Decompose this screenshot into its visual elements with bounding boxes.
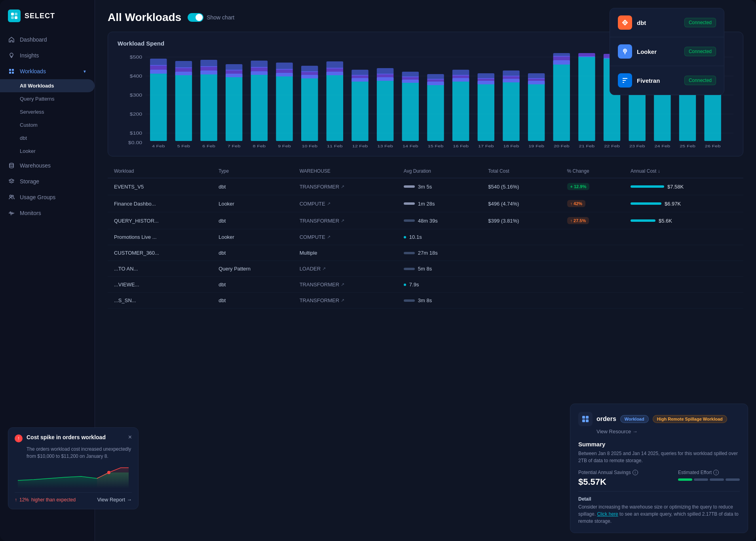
- col-header-warehouse[interactable]: WAREHOUSE: [293, 164, 397, 178]
- summary-title: Summary: [578, 441, 740, 448]
- view-report-button[interactable]: View Report →: [97, 497, 132, 503]
- logo-icon: [8, 10, 21, 22]
- table-row[interactable]: Promotions Live ... Looker COMPUTE ↗ 10.…: [108, 229, 743, 245]
- subnav-custom[interactable]: Custom: [0, 118, 95, 131]
- change-badge: + 12.9%: [567, 183, 590, 190]
- svg-rect-8: [9, 72, 11, 74]
- sidebar-item-usage-groups[interactable]: Usage Groups: [0, 189, 95, 205]
- table-row[interactable]: QUERY_HISTOR... dbt TRANSFORMER ↗ 48m 39…: [108, 212, 743, 229]
- subnav-serverless[interactable]: Serverless: [0, 105, 95, 118]
- change-badge: ↑ 27.5%: [567, 217, 589, 224]
- col-header-total-cost[interactable]: Total Cost: [482, 164, 560, 178]
- col-header-workload[interactable]: Workload: [108, 164, 212, 178]
- svg-text:5 Feb: 5 Feb: [177, 144, 190, 148]
- view-resource-link[interactable]: View Resource →: [578, 429, 740, 434]
- svg-rect-39: [276, 73, 293, 141]
- sidebar-item-storage[interactable]: Storage: [0, 173, 95, 189]
- workload-cost: [482, 261, 560, 277]
- col-header-type[interactable]: Type: [212, 164, 293, 178]
- workload-type: dbt: [212, 178, 293, 195]
- external-link-icon: ↗: [341, 184, 344, 189]
- svg-text:26 Feb: 26 Feb: [705, 144, 721, 148]
- svg-rect-54: [402, 80, 419, 141]
- table-row[interactable]: CUSTOMER_360... dbt Multiple 27m 18s: [108, 245, 743, 261]
- sidebar-item-workloads[interactable]: Workloads ▼: [0, 63, 95, 79]
- detail-text: Consider increasing the warehouse size o…: [578, 503, 740, 525]
- table-row[interactable]: EVENTS_V5 dbt TRANSFORMER ↗ 3m 5s $540 (…: [108, 178, 743, 195]
- show-chart-toggle[interactable]: [188, 13, 203, 22]
- sidebar-item-insights[interactable]: Insights: [0, 48, 95, 63]
- sidebar-item-dashboard[interactable]: Dashboard: [0, 32, 95, 48]
- workload-duration: 7.9s: [397, 277, 482, 293]
- svg-rect-56: [402, 72, 419, 77]
- svg-rect-40: [276, 69, 293, 76]
- workload-type: dbt: [212, 245, 293, 261]
- svg-rect-60: [452, 78, 469, 141]
- col-header-pct-change[interactable]: % Change: [561, 164, 625, 178]
- svg-rect-57: [427, 82, 444, 141]
- svg-rect-61: [452, 75, 469, 82]
- sidebar-item-monitors[interactable]: Monitors: [0, 205, 95, 221]
- col-header-annual-cost[interactable]: Annual Cost ↓: [624, 164, 743, 178]
- integration-item-looker: Looker Connected: [610, 37, 724, 66]
- external-link-icon: ↗: [327, 201, 331, 206]
- svg-rect-6: [9, 69, 11, 71]
- workload-warehouse: TRANSFORMER ↗: [293, 178, 397, 195]
- svg-rect-2: [11, 16, 14, 19]
- svg-rect-75: [578, 56, 595, 141]
- svg-rect-72: [553, 60, 570, 141]
- popup-title: Cost spike in orders workload: [27, 434, 106, 440]
- subnav-query-patterns[interactable]: Query Patterns: [0, 92, 95, 105]
- svg-text:15 Feb: 15 Feb: [428, 144, 444, 148]
- svg-rect-28: [175, 67, 192, 75]
- close-button[interactable]: ×: [128, 434, 132, 440]
- svg-rect-24: [150, 70, 167, 141]
- svg-text:25 Feb: 25 Feb: [680, 144, 695, 148]
- workload-warehouse: LOADER ↗: [293, 261, 397, 277]
- svg-text:23 Feb: 23 Feb: [629, 144, 645, 148]
- workload-duration: 3m 8s: [397, 293, 482, 309]
- orders-panel: orders Workload High Remote Spillage Wor…: [570, 404, 748, 533]
- workload-tag[interactable]: Workload: [620, 415, 649, 423]
- stack-icon: [8, 178, 15, 185]
- svg-text:24 Feb: 24 Feb: [655, 144, 671, 148]
- sidebar-item-warehouses[interactable]: Warehouses: [0, 158, 95, 173]
- svg-point-10: [9, 163, 13, 165]
- home-icon: [8, 36, 15, 43]
- mini-chart-svg: [15, 465, 132, 488]
- subnav-dbt[interactable]: dbt: [0, 131, 95, 145]
- svg-rect-42: [301, 75, 318, 141]
- integration-item-dbt: dbt Connected: [610, 8, 724, 37]
- table-row[interactable]: ...TO AN... Query Pattern LOADER ↗ 5m 8s: [108, 261, 743, 277]
- workload-annual: $7.58K: [624, 178, 743, 195]
- workload-name: Finance Dashbo...: [108, 195, 212, 212]
- high-spillage-tag[interactable]: High Remote Spillage Workload: [653, 415, 727, 423]
- table-row[interactable]: Finance Dashbo... Looker COMPUTE ↗ 1m 28…: [108, 195, 743, 212]
- svg-text:17 Feb: 17 Feb: [478, 144, 494, 148]
- popup-mini-chart: [15, 465, 132, 488]
- col-header-avg-duration[interactable]: Avg Duration: [397, 164, 482, 178]
- stat-label: higher than expected: [31, 497, 76, 503]
- orders-detail: Detail Consider increasing the warehouse…: [578, 491, 740, 525]
- workload-name: EVENTS_V5: [108, 178, 212, 195]
- subnav-looker[interactable]: Looker: [0, 145, 95, 158]
- svg-rect-36: [251, 71, 268, 141]
- svg-text:10 Feb: 10 Feb: [302, 144, 317, 148]
- svg-rect-30: [200, 70, 217, 141]
- svg-rect-74: [553, 53, 570, 57]
- popup-stat: ↑ 12% higher than expected: [15, 497, 76, 503]
- svg-text:4 Feb: 4 Feb: [152, 144, 165, 148]
- workload-name: Promotions Live ...: [108, 229, 212, 245]
- subnav-all-workloads[interactable]: All Workloads: [0, 79, 95, 92]
- svg-rect-59: [427, 74, 444, 80]
- integrations-popup: dbt Connected Looker Connected Fivetran …: [610, 8, 724, 95]
- workload-name: ...S_SN...: [108, 293, 212, 309]
- table-row[interactable]: ...S_SN... dbt TRANSFORMER ↗ 3m 8s: [108, 293, 743, 309]
- workloads-subnav: All Workloads Query Patterns Serverless …: [0, 79, 95, 158]
- svg-text:$200: $200: [130, 112, 142, 116]
- change-badge: ↑ 42%: [567, 200, 586, 207]
- table-row[interactable]: ...VIEWE... dbt TRANSFORMER ↗ 7.9s: [108, 277, 743, 293]
- svg-rect-37: [251, 67, 268, 75]
- integration-name-fivetran: Fivetran: [637, 77, 680, 84]
- detail-link[interactable]: Click here: [597, 511, 618, 517]
